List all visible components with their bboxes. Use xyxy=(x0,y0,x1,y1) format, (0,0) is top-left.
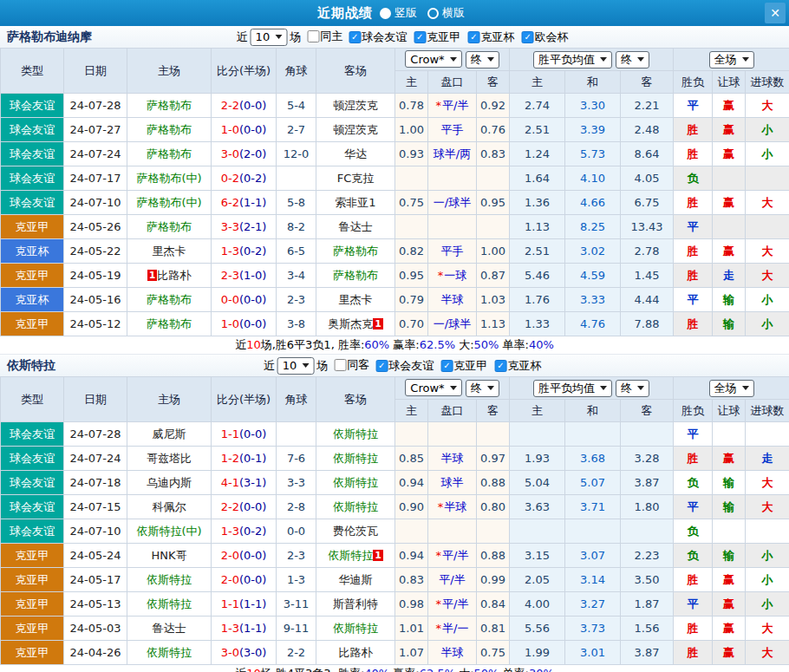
score: 2-0(0-0) xyxy=(212,568,277,592)
full-time-score: 2-0 xyxy=(221,573,239,586)
mean-odds-select[interactable]: 胜平负均值 xyxy=(533,380,612,397)
full-time-score: 1-1 xyxy=(221,427,239,440)
league-filter-checkbox[interactable]: ✓ xyxy=(375,360,388,372)
filter-checkbox-group: ✓ 克亚杯 xyxy=(495,358,542,374)
checkbox-label[interactable]: 球会友谊 xyxy=(388,358,434,374)
result-goals: 大 xyxy=(746,617,789,641)
match-type-badge: 球会友谊 xyxy=(1,519,64,544)
mean-draw xyxy=(565,519,621,544)
same-side-filter: ✓ 同客 xyxy=(330,357,369,374)
checkbox-label[interactable]: 克亚杯 xyxy=(480,29,514,45)
league-filter-checkbox[interactable]: ✓ xyxy=(522,31,534,43)
chevron-down-icon xyxy=(637,57,644,62)
checkbox-label[interactable]: 同主 xyxy=(320,29,342,44)
mean-away: 2.21 xyxy=(621,94,674,118)
checkbox-label[interactable]: 球会友谊 xyxy=(362,29,407,45)
home-team: 萨格勒布 xyxy=(127,94,212,118)
check-icon: ✓ xyxy=(470,33,477,42)
table-row: 球会友谊 24-07-28 威尼斯 1-1(0-0) 依斯特拉 平 xyxy=(1,422,789,447)
mean-final-select[interactable]: 终 xyxy=(616,51,649,69)
table-row: 克亚甲 24-05-17 依斯特拉 2-0(0-0) 1-3 华迪斯 0.83 … xyxy=(1,568,789,592)
full-time-score: 0-2 xyxy=(221,172,239,185)
corner-score: 12-0 xyxy=(277,142,316,166)
summary-text: 40% xyxy=(529,338,554,351)
mean-away: 7.88 xyxy=(621,312,674,336)
matches-table: 类型 日期 主场 比分(半场) 角球 客场 Crow* 终 胜平负均值 终 xyxy=(0,48,789,336)
team-name-text: 依斯特拉 xyxy=(147,646,192,659)
match-date: 24-05-16 xyxy=(64,288,127,312)
filter-checkbox-group: ✓ 克亚甲 xyxy=(440,358,487,374)
checkbox-label[interactable]: 克亚甲 xyxy=(427,29,460,45)
odds-home: 1.01 xyxy=(395,617,428,641)
team-name-text: 里杰卡 xyxy=(339,293,373,306)
score: 2-3(1-0) xyxy=(212,264,277,288)
games-count-select[interactable]: 10 xyxy=(277,357,315,375)
radio-horizontal-label[interactable]: 横版 xyxy=(442,5,465,21)
handicap-line: *半/一 xyxy=(428,617,477,641)
bookmaker-select[interactable]: Crow* xyxy=(405,50,461,68)
team-name-text: 乌迪内斯 xyxy=(147,476,192,489)
full-time-score: 3-0 xyxy=(221,147,239,160)
result-outcome: 平 xyxy=(674,215,713,239)
checkbox-label[interactable]: 克亚甲 xyxy=(453,358,487,374)
corner-score: 9-11 xyxy=(277,617,316,641)
half-time-score: (1-0) xyxy=(239,269,266,282)
mean-final-select[interactable]: 终 xyxy=(616,380,649,397)
full-time-score: 1-3 xyxy=(221,245,239,258)
home-team: 乌迪内斯 xyxy=(127,471,212,495)
half-time-score: (1-1) xyxy=(239,196,266,209)
mean-home: 1.13 xyxy=(510,215,565,239)
league-filter-checkbox[interactable]: ✓ xyxy=(440,360,453,372)
league-filter-checkbox[interactable]: ✓ xyxy=(414,31,426,43)
full-time-score: 1-0 xyxy=(221,317,239,330)
match-type-badge: 克亚甲 xyxy=(1,312,64,336)
team-name-text: 萨格勒布(中) xyxy=(136,172,201,185)
team-name-text: 科佩尔 xyxy=(153,500,186,513)
mean-home: 2.51 xyxy=(510,239,565,264)
league-filter-checkbox[interactable]: ✓ xyxy=(349,31,361,43)
odds-home: 1.00 xyxy=(395,118,428,142)
summary-text: 10 xyxy=(246,667,261,672)
odds-home xyxy=(395,422,428,447)
checkbox-label[interactable]: 克亚杯 xyxy=(508,358,542,374)
period-select[interactable]: 全场 xyxy=(709,51,754,69)
odds-final-select[interactable]: 终 xyxy=(466,380,499,397)
same-side-checkbox[interactable]: ✓ xyxy=(307,30,319,42)
result-outcome: 胜 xyxy=(674,568,713,592)
result-outcome: 平 xyxy=(674,288,713,312)
checkbox-label[interactable]: 同客 xyxy=(347,357,369,373)
result-handicap: 输 xyxy=(713,471,746,495)
mean-home: 2.05 xyxy=(510,568,565,592)
score: 3-0(2-0) xyxy=(212,142,277,166)
league-filter-checkbox[interactable]: ✓ xyxy=(467,31,479,43)
score: 6-2(1-1) xyxy=(212,191,277,215)
away-team: 依斯特拉1 xyxy=(316,544,395,568)
summary-text: 赢率: xyxy=(389,338,420,351)
corner-score: 2-3 xyxy=(277,288,316,312)
mean-draw: 3.30 xyxy=(565,94,621,118)
result-outcome: 负 xyxy=(674,471,713,495)
mean-home: 1.99 xyxy=(510,641,565,665)
bookmaker-select[interactable]: Crow* xyxy=(405,379,461,396)
odds-final-select[interactable]: 终 xyxy=(466,51,499,69)
period-select[interactable]: 全场 xyxy=(709,380,754,397)
result-goals: 走 xyxy=(746,447,789,471)
away-team: 依斯特拉 xyxy=(316,495,395,519)
match-type-badge: 克亚甲 xyxy=(1,641,64,665)
result-handicap: 输 xyxy=(713,544,746,568)
games-count-select[interactable]: 10 xyxy=(251,29,288,46)
checkbox-label[interactable]: 欧会杯 xyxy=(535,29,569,45)
radio-vertical-label[interactable]: 竖版 xyxy=(394,5,417,21)
close-icon[interactable]: ✕ xyxy=(765,3,786,23)
result-goals xyxy=(746,166,789,191)
radio-horizontal-layout[interactable] xyxy=(427,8,439,19)
half-time-score: (1-1) xyxy=(239,597,266,610)
mean-home: 1.24 xyxy=(510,142,565,166)
odds-away xyxy=(477,215,510,239)
radio-vertical-layout[interactable] xyxy=(380,8,391,19)
same-side-checkbox[interactable]: ✓ xyxy=(334,359,346,371)
mean-odds-select[interactable]: 胜平负均值 xyxy=(533,51,612,69)
league-filter-checkbox[interactable]: ✓ xyxy=(495,360,507,372)
filter-checkbox-group: ✓ 球会友谊 xyxy=(349,29,407,45)
score: 2-2(0-0) xyxy=(212,94,277,118)
